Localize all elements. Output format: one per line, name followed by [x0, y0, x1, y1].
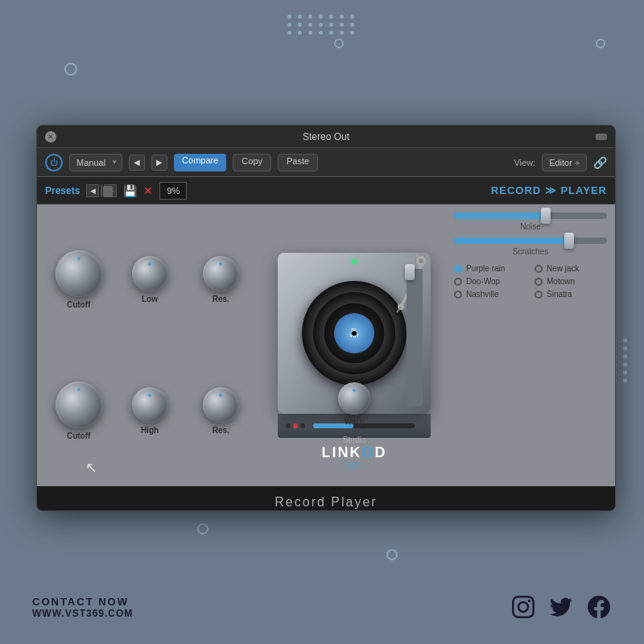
view-dropdown[interactable]: Editor ÷: [542, 154, 587, 171]
cursor: ↖: [85, 459, 97, 477]
instagram-icon[interactable]: [510, 594, 536, 620]
radio-sinatra[interactable]: Sinatra: [535, 290, 607, 299]
circle-decoration-2: [334, 39, 344, 48]
noise-label: Noise: [454, 222, 607, 231]
radio-dot-doo-wop: [454, 278, 462, 286]
high-label: High: [141, 426, 159, 435]
radio-label-new-jack: New jack: [547, 264, 580, 273]
compare-button[interactable]: Compare: [174, 154, 226, 171]
twitter-icon[interactable]: [548, 594, 574, 620]
radio-grid: Purple rain New jack Doo-Wop: [454, 264, 607, 299]
save-icon[interactable]: 💾: [123, 184, 137, 197]
cutoff-bottom-knob[interactable]: [56, 382, 102, 428]
scratches-slider-row: Scratches: [454, 237, 607, 256]
warp-knob[interactable]: [338, 382, 370, 415]
paste-button[interactable]: Paste: [278, 154, 318, 171]
circle-decoration-3: [596, 39, 605, 48]
low-knob[interactable]: [132, 256, 167, 291]
svg-point-1: [419, 258, 423, 263]
next-button[interactable]: ▶: [151, 155, 167, 171]
close-button[interactable]: ✕: [45, 131, 56, 142]
power-button[interactable]: ⏻: [45, 154, 63, 171]
contact-url: WWW.VST369.COM: [32, 608, 133, 619]
linked-text: LINKOD: [321, 444, 386, 461]
bottom-bar: Record Player: [37, 486, 615, 511]
circle-decoration-1: [64, 63, 77, 76]
cutoff-bottom-group: Cutoff: [45, 382, 112, 440]
led-1: [286, 423, 291, 428]
res-top-knob[interactable]: [203, 256, 238, 291]
fader-vertical[interactable]: [407, 269, 423, 406]
radio-label-nashville: Nashville: [466, 290, 499, 299]
radio-doo-wop[interactable]: Doo-Wop: [454, 277, 526, 286]
view-label: View:: [514, 158, 535, 167]
cutoff-top-group: Cutoff: [45, 250, 112, 309]
window-title: Stereo Out: [56, 131, 596, 142]
plugin-window: ✕ Stereo Out ⏻ Manual ◀ ▶ Compare Copy P…: [36, 125, 616, 511]
low-group: Low: [116, 256, 183, 303]
preset-dropdown[interactable]: Manual: [69, 154, 122, 171]
radio-label-sinatra: Sinatra: [547, 290, 572, 299]
radio-motown[interactable]: Motown: [535, 277, 607, 286]
prev-button[interactable]: ◀: [129, 155, 145, 171]
turntable-led: [352, 259, 357, 264]
right-panel: Noise Scratches Purple rain: [446, 204, 615, 486]
toolbar: ⏻ Manual ◀ ▶ Compare Copy Paste View: Ed…: [37, 148, 615, 177]
radio-purple-rain[interactable]: Purple rain: [454, 264, 526, 273]
copy-button[interactable]: Copy: [233, 154, 271, 171]
noise-slider-thumb[interactable]: [541, 208, 551, 224]
scratches-slider-fill: [454, 237, 569, 244]
presets-nav: ◀ ▶: [86, 184, 117, 197]
presets-thumb: [103, 186, 113, 197]
contact-info: CONTACT NOW WWW.VST369.COM: [32, 596, 133, 619]
led-row: [286, 423, 305, 428]
cutoff-bottom-label: Cutoff: [67, 431, 90, 440]
cutoff-top-knob[interactable]: [56, 250, 102, 297]
scratches-label: Scratches: [454, 247, 607, 256]
noise-slider-fill: [454, 213, 546, 219]
res-top-group: Res.: [188, 256, 254, 303]
res-bottom-label: Res.: [213, 426, 229, 435]
led-3: [300, 423, 305, 428]
radio-dot-motown: [535, 278, 543, 286]
radio-dot-sinatra: [535, 291, 543, 299]
contact-now: CONTACT NOW: [32, 596, 133, 608]
radio-label-motown: Motown: [547, 277, 575, 286]
studio-linked-logo: Studio LINKOD VST: [321, 436, 386, 470]
minimize-button[interactable]: [596, 134, 607, 140]
main-content: Cutoff Low Res. Cutoff High Res.: [37, 204, 615, 486]
warp-group: Warp: [338, 382, 370, 426]
high-knob[interactable]: [132, 387, 167, 423]
led-2: [293, 423, 298, 428]
res-bottom-knob[interactable]: [203, 387, 238, 423]
presets-label: Presets: [45, 185, 80, 196]
high-group: High: [116, 387, 183, 435]
brand-logo: RECORD ≫ PLAYER: [491, 184, 607, 196]
radio-nashville[interactable]: Nashville: [454, 290, 526, 299]
low-label: Low: [142, 295, 158, 303]
vst-sub: VST: [321, 461, 386, 470]
circle-decoration-4: [197, 523, 208, 535]
link-icon[interactable]: 🔗: [593, 156, 607, 169]
scratch-presets: Purple rain New jack Doo-Wop: [454, 264, 607, 299]
studio-text: Studio: [321, 436, 386, 444]
noise-slider-row: Noise: [454, 213, 607, 231]
scratches-slider-track[interactable]: [454, 237, 607, 244]
radio-dot-purple-rain: [454, 265, 462, 273]
social-icons: [510, 594, 612, 620]
presets-track[interactable]: [101, 184, 102, 197]
res-top-label: Res.: [213, 295, 229, 303]
bottom-title: Record Player: [275, 495, 377, 510]
scratches-slider-thumb[interactable]: [564, 233, 574, 249]
record-hole: [352, 331, 357, 336]
res-bottom-group: Res.: [188, 387, 254, 435]
radio-new-jack[interactable]: New jack: [535, 264, 607, 273]
facebook-icon[interactable]: [586, 594, 612, 620]
radio-label-purple-rain: Purple rain: [466, 264, 505, 273]
circle-decoration-5: [386, 549, 398, 560]
noise-slider-track[interactable]: [454, 213, 607, 219]
footer: CONTACT NOW WWW.VST369.COM: [0, 594, 644, 620]
presets-prev[interactable]: ◀: [86, 184, 99, 197]
cutoff-top-label: Cutoff: [67, 300, 90, 309]
delete-icon[interactable]: ✕: [143, 184, 153, 197]
